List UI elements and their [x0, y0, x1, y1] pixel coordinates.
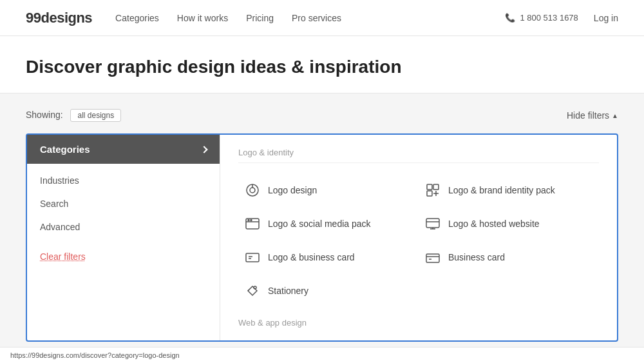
web-app-design-label: Web & app design — [238, 313, 599, 328]
categories-link[interactable]: Categories — [115, 13, 159, 23]
pro-services-link[interactable]: Pro services — [292, 13, 341, 23]
business-card-item[interactable]: Logo & business card — [238, 240, 419, 274]
sidebar-item-search[interactable]: Search — [27, 192, 220, 215]
business-card-icon — [243, 248, 261, 266]
showing-label-group: Showing: all designs — [26, 109, 121, 122]
phone-number: 📞 1 800 513 1678 — [505, 13, 578, 23]
hero-section: Discover graphic design ideas & inspirat… — [0, 36, 644, 93]
svg-rect-9 — [426, 219, 439, 228]
chevron-up-icon: ▲ — [612, 112, 618, 119]
category-grid: Logo design Logo & brand identity pack L… — [238, 173, 599, 308]
chevron-right-icon — [200, 146, 207, 153]
social-media-icon — [243, 215, 261, 233]
pricing-link[interactable]: Pricing — [246, 13, 274, 23]
svg-point-1 — [250, 188, 255, 193]
stationery-item[interactable]: Stationery — [238, 274, 419, 308]
main-content: Showing: all designs Hide filters ▲ Cate… — [0, 93, 644, 363]
login-link[interactable]: Log in — [594, 13, 618, 23]
sidebar-item-industries[interactable]: Industries — [27, 169, 220, 192]
how-it-works-link[interactable]: How it works — [177, 13, 228, 23]
sidebar-items: Industries Search Advanced — [27, 164, 220, 244]
svg-point-7 — [248, 220, 249, 221]
svg-rect-10 — [246, 253, 259, 262]
hosted-website-icon — [424, 215, 442, 233]
phone-icon: 📞 — [505, 13, 515, 23]
nav-links: Categories How it works Pricing Pro serv… — [115, 13, 505, 23]
svg-rect-13 — [426, 254, 439, 262]
categories-panel: Logo & identity Logo design Logo & brand… — [220, 135, 617, 340]
logo-design-item[interactable]: Logo design — [238, 173, 419, 207]
page-title: Discover graphic design ideas & inspirat… — [26, 57, 618, 77]
hide-filters-button[interactable]: Hide filters ▲ — [567, 110, 618, 121]
svg-rect-3 — [427, 184, 432, 190]
logo-design-icon — [243, 181, 261, 199]
showing-badge[interactable]: all designs — [70, 109, 121, 122]
categories-header[interactable]: Categories — [27, 135, 220, 164]
svg-rect-5 — [427, 191, 432, 196]
site-logo[interactable]: 99designs — [26, 10, 92, 26]
svg-rect-4 — [433, 184, 439, 190]
clear-filters-button[interactable]: Clear filters — [27, 244, 220, 270]
social-media-item[interactable]: Logo & social media pack — [238, 207, 419, 240]
svg-point-14 — [254, 286, 256, 289]
stationery-icon — [243, 282, 261, 300]
sidebar-item-advanced[interactable]: Advanced — [27, 215, 220, 239]
brand-identity-item[interactable]: Logo & brand identity pack — [419, 173, 599, 207]
brand-identity-icon — [424, 181, 442, 199]
logo-identity-label: Logo & identity — [238, 148, 599, 163]
filter-panel: Categories Industries Search Advanced Cl… — [26, 133, 618, 342]
showing-label: Showing: — [26, 110, 63, 120]
showing-bar: Showing: all designs Hide filters ▲ — [26, 109, 618, 122]
status-bar: https://99designs.com/discover?category=… — [0, 347, 644, 363]
nav-right: 📞 1 800 513 1678 Log in — [505, 13, 618, 23]
hosted-website-item[interactable]: Logo & hosted website — [419, 207, 599, 240]
svg-point-8 — [251, 220, 252, 221]
card-icon — [424, 248, 442, 266]
card-only-item[interactable]: Business card — [419, 240, 599, 274]
filter-sidebar: Categories Industries Search Advanced Cl… — [27, 135, 220, 340]
navbar: 99designs Categories How it works Pricin… — [0, 0, 644, 36]
